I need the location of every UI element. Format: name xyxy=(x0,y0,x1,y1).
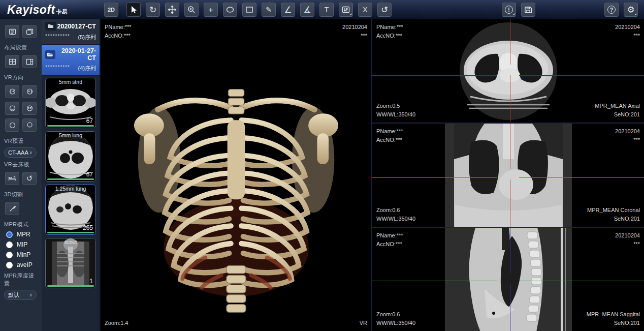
coronal-pname: PName:*** xyxy=(376,127,403,136)
ellipse-tool-button[interactable] xyxy=(223,3,237,17)
sagittal-label: MPR_MEAN Saggital xyxy=(587,310,640,319)
mpr-thickness-select[interactable]: 默认 ∨ xyxy=(4,290,37,300)
window-level-tool-button[interactable] xyxy=(339,3,353,17)
vr-head-front-button[interactable] xyxy=(22,102,37,115)
left-sidebar: 布局设置 VR方向 xyxy=(0,19,42,331)
axial-crosshair-horizontal[interactable] xyxy=(372,75,644,76)
radio-icon xyxy=(6,252,13,258)
layout-single-button[interactable] xyxy=(5,25,19,38)
thumbnail-image xyxy=(46,238,95,288)
coronal-stars: *** xyxy=(615,136,640,144)
coronal-ct-image xyxy=(445,124,572,227)
sagittal-crosshair-horizontal[interactable] xyxy=(372,281,644,282)
report-info-button[interactable]: ! xyxy=(502,3,516,17)
layout-grid-row xyxy=(0,55,42,68)
axial-ct-image xyxy=(450,20,567,122)
vr-head-left-button[interactable] xyxy=(5,85,19,98)
series-thumbnail-125mm-lung[interactable]: 1.25mm lung 265 xyxy=(45,185,96,235)
help-button[interactable]: ? xyxy=(604,3,619,17)
radio-icon xyxy=(6,262,13,268)
layout-section-label: 布局设置 xyxy=(0,42,42,52)
delete-annotation-button[interactable]: X xyxy=(358,3,372,17)
study-item-2[interactable]: 2020-01-27-CT ********** (4)序列 xyxy=(42,45,100,76)
remove-bed-button[interactable] xyxy=(5,172,19,185)
cobb-angle-icon: ∡ xyxy=(303,6,311,14)
mpr-column: PName:*** AccNO:*** 20210204 *** Zoom:0.… xyxy=(372,19,644,331)
head-right-icon xyxy=(26,88,34,96)
text-tool-button[interactable]: T xyxy=(319,3,334,17)
layout-split-button[interactable] xyxy=(22,55,37,68)
mpr-mode-option-mip[interactable]: MIP xyxy=(0,239,42,250)
head-back-icon xyxy=(9,105,16,112)
app-logo: Kayisoft 卡易 xyxy=(0,3,104,17)
sagittal-pname: PName:*** xyxy=(376,231,403,240)
zoom-tool-button[interactable] xyxy=(184,3,199,17)
cursor-icon xyxy=(130,6,138,14)
thumbnail-progress-bar xyxy=(47,285,94,287)
pan-tool-button[interactable] xyxy=(165,3,179,17)
reset-view-button[interactable]: ↺ xyxy=(377,3,392,17)
vr-pname: PName:*** xyxy=(105,23,132,32)
vr-direction-row-2 xyxy=(0,102,42,115)
sagittal-crosshair-vertical[interactable] xyxy=(510,228,511,331)
layout-compare-icon xyxy=(26,28,34,35)
axial-series-overlay: MPR_MEAN Axial SeNO:201 xyxy=(595,102,640,119)
coronal-crosshair-horizontal[interactable] xyxy=(372,177,644,178)
rotate-3d-tool-button[interactable]: ↻ xyxy=(146,3,160,17)
sagittal-seno: SeNO:201 xyxy=(587,319,640,327)
study-patient: ********** xyxy=(45,34,70,41)
mpr-axial-viewport[interactable]: PName:*** AccNO:*** 20210204 *** Zoom:0.… xyxy=(372,19,644,124)
layout-toggle-row xyxy=(0,25,42,38)
mpr-mode-option-aveip[interactable]: aveIP xyxy=(0,260,42,270)
rectangle-tool-button[interactable] xyxy=(242,3,256,17)
axial-pname: PName:*** xyxy=(376,23,403,32)
coronal-zoom-overlay: Zoom:0.6 WW/WL:350/40 xyxy=(376,206,415,223)
series-thumbnail-5mm-lung[interactable]: 5mm lung 67 xyxy=(45,131,96,182)
angle-tool-button[interactable]: ∠ xyxy=(281,3,295,17)
app-window: Kayisoft 卡易 2D ↻ + xyxy=(0,0,644,331)
thumbnail-progress-bar xyxy=(47,232,94,233)
2d-mode-button[interactable]: 2D xyxy=(104,3,118,17)
study-series-count: (4)序列 xyxy=(78,65,96,72)
cobb-angle-tool-button[interactable]: ∡ xyxy=(300,3,314,17)
ruler-tool-button[interactable]: ✎ xyxy=(262,3,276,17)
save-export-button[interactable] xyxy=(521,3,535,17)
study-item-1[interactable]: 20200127-CT ********** (5)序列 xyxy=(42,19,100,45)
tool-group-io: ! xyxy=(502,3,535,17)
bed-reset-button[interactable]: ↺ xyxy=(22,172,37,185)
mpr-sagittal-viewport[interactable]: PName:*** AccNO:*** 20210204 *** Zoom:0.… xyxy=(372,228,644,331)
sagittal-stars: *** xyxy=(615,240,640,249)
aveip-mode-label: aveIP xyxy=(17,261,33,268)
vr-head-bottom-button[interactable] xyxy=(22,118,37,132)
mpr-mode-option-minp[interactable]: MinP xyxy=(0,250,42,260)
mpr-coronal-viewport[interactable]: PName:*** AccNO:*** 20210204 *** Zoom:0.… xyxy=(372,124,644,228)
gear-icon: ⚙ xyxy=(627,6,634,14)
mpr-mode-option-mpr[interactable]: MPR xyxy=(0,229,42,239)
logo-suffix-text: 卡易 xyxy=(56,8,68,16)
cursor-tool-button[interactable] xyxy=(126,3,141,17)
scalpel-button[interactable] xyxy=(5,202,19,215)
thumbnail-label: 1.25mm lung xyxy=(46,186,95,192)
window-level-icon xyxy=(342,6,350,13)
series-thumbnail-5mm-stnd[interactable]: 5mm stnd 67 xyxy=(45,78,96,128)
text-icon: T xyxy=(325,6,329,13)
series-thumbnail-scout[interactable]: scout 1 xyxy=(45,238,96,288)
coronal-seno: SeNO:201 xyxy=(587,215,640,223)
vr-head-top-button[interactable] xyxy=(5,118,19,132)
layout-compare-button[interactable] xyxy=(22,25,37,38)
sagittal-patient-overlay: PName:*** AccNO:*** xyxy=(376,231,403,249)
coronal-crosshair-vertical[interactable] xyxy=(510,124,511,227)
vr-stars: *** xyxy=(342,32,367,40)
vr-head-right-button[interactable] xyxy=(22,85,37,98)
axial-crosshair-vertical[interactable] xyxy=(510,19,511,123)
axial-date: 20210204 xyxy=(615,23,640,32)
axial-wwwl: WW/WL:350/40 xyxy=(376,110,415,119)
vr-preset-select[interactable]: CT-AAA ∨ xyxy=(4,147,37,158)
thumbnail-label: 5mm stnd xyxy=(46,79,95,85)
layout-grid-button[interactable] xyxy=(5,55,19,68)
vr-head-back-button[interactable] xyxy=(5,102,19,115)
vr-viewport[interactable]: PName:*** AccNO:*** 20210204 *** Zoom:1.… xyxy=(100,19,372,331)
crosshair-tool-button[interactable]: + xyxy=(204,3,218,17)
coronal-series-overlay: MPR_MEAN Coronal SeNO:201 xyxy=(587,206,640,223)
settings-button[interactable]: ⚙ xyxy=(624,3,638,17)
